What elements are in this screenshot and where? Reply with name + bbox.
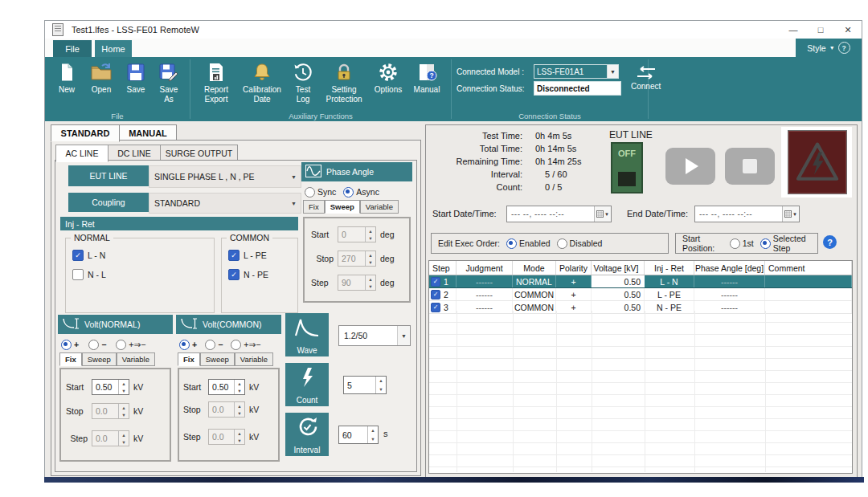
voltn-tab-fix[interactable]: Fix [59, 352, 82, 366]
tab-surge-output[interactable]: SURGE OUTPUT [160, 145, 238, 161]
common-group-label: COMMON [227, 233, 272, 242]
radio-start-1st[interactable]: 1st [730, 238, 754, 249]
help-icon[interactable]: ? [838, 42, 850, 54]
radio-polarity-minus[interactable]: − [88, 340, 106, 350]
style-label: Style [807, 43, 825, 53]
voltn-stop-spinner[interactable]: 0.0▲▼ [92, 403, 129, 419]
radio-selected-icon [506, 238, 517, 249]
radio-polarity-plus[interactable]: + [179, 340, 197, 350]
end-datetime-field[interactable]: --- --, ---- --:-- ▼ [694, 206, 800, 222]
normal-group-label: NORMAL [71, 233, 113, 242]
table-row[interactable]: ✓2 ------ COMMON + 0.50 L - PE ------ [429, 288, 852, 301]
save-as-button[interactable]: Save As [153, 59, 185, 105]
test-log-button[interactable]: Test Log [287, 59, 319, 105]
stop-test-button[interactable] [725, 148, 775, 185]
start-datetime-field[interactable]: --- --, ---- --:-- ▼ [506, 206, 612, 222]
voltc-tab-variable[interactable]: Variable [235, 352, 273, 366]
radio-polarity-minus[interactable]: − [205, 340, 223, 350]
eut-line-toggle[interactable]: OFF [611, 142, 643, 194]
phase-stop-spinner[interactable]: 270▲▼ [338, 251, 376, 267]
voltn-start-spinner[interactable]: 0.50▲▼ [92, 379, 129, 395]
table-row[interactable]: ✓1 ------ NORMAL + 0.50 L - N ------ [429, 275, 852, 288]
ribbon: New Open Save Save As File [45, 57, 862, 121]
start-test-button[interactable] [665, 148, 715, 185]
interval-progress-row: Interval: 5 / 60 [432, 169, 625, 182]
coupling-select[interactable]: STANDARD ▼ [149, 193, 301, 214]
report-export-button[interactable]: Report Export [195, 59, 237, 105]
file-group-label: File [45, 112, 190, 120]
high-voltage-warning [788, 130, 847, 194]
lightning-icon [285, 366, 329, 389]
gear-icon [377, 61, 399, 84]
voltc-tab-sweep[interactable]: Sweep [200, 352, 235, 366]
tab-file[interactable]: File [53, 40, 92, 57]
tab-standard[interactable]: STANDARD [51, 124, 120, 142]
save-as-icon [158, 61, 180, 84]
save-button[interactable]: Save [119, 59, 153, 96]
connected-model-label: Connected Model : [457, 67, 530, 76]
calendar-icon[interactable]: ▼ [782, 206, 799, 222]
row-checkbox[interactable]: ✓ [431, 277, 440, 287]
radio-start-selected-step[interactable]: Selected Step [760, 234, 811, 253]
tab-manual[interactable]: MANUAL [119, 124, 177, 141]
screen: Test1.lfes - LSS-FE01 RemoteW — □ ✕ File… [0, 0, 868, 497]
row-checkbox[interactable]: ✓ [431, 290, 440, 299]
voltc-start-spinner[interactable]: 0.50▲▼ [208, 379, 245, 395]
impulse-curve-icon [180, 317, 198, 332]
phase-start-spinner[interactable]: 0▲▼ [338, 226, 376, 242]
radio-polarity-both[interactable]: +⇒− [231, 340, 260, 350]
radio-sync[interactable]: Sync [305, 187, 336, 198]
phase-step-spinner[interactable]: 90▲▼ [338, 275, 376, 291]
voltc-tab-fix[interactable]: Fix [178, 352, 200, 366]
eut-line-select[interactable]: SINGLE PHASE L , N , PE ▼ [149, 165, 301, 188]
checkbox-l-pe[interactable]: ✓ L - PE [228, 250, 267, 261]
new-file-icon [55, 61, 78, 84]
taskbar-edge [44, 477, 864, 483]
radio-polarity-both[interactable]: +⇒− [116, 340, 145, 350]
options-button[interactable]: Options [369, 59, 407, 96]
manual-button[interactable]: ? Manual [407, 59, 446, 96]
open-folder-icon [90, 61, 113, 84]
table-header: Step Judgment Mode Polarity Voltage [kV]… [429, 261, 852, 275]
setting-protection-button[interactable]: Setting Protection [319, 59, 369, 105]
tab-home[interactable]: Home [95, 40, 132, 57]
phase-tab-sweep[interactable]: Sweep [325, 200, 360, 214]
radio-async[interactable]: Async [343, 187, 379, 198]
calibration-date-button[interactable]: Calibration Date [237, 59, 287, 105]
chevron-down-icon: ▼ [397, 326, 410, 345]
radio-exec-enabled[interactable]: Enabled [506, 238, 551, 249]
count-label-box: Count [285, 363, 329, 406]
voltn-step-spinner[interactable]: 0.0▲▼ [92, 430, 129, 446]
new-button[interactable]: New [50, 59, 84, 96]
voltn-tab-sweep[interactable]: Sweep [82, 352, 117, 366]
toggle-off-label: OFF [612, 149, 641, 158]
checkbox-n-l[interactable]: ✓ N - L [72, 269, 106, 280]
voltc-step-spinner[interactable]: 0.0▲▼ [208, 429, 245, 445]
calendar-icon[interactable]: ▼ [594, 206, 611, 222]
tab-ac-line[interactable]: AC LINE [55, 145, 108, 162]
radio-selected-icon [343, 187, 354, 198]
checkbox-n-pe[interactable]: ✓ N - PE [228, 269, 268, 280]
close-button[interactable]: ✕ [834, 21, 862, 39]
phase-tab-variable[interactable]: Variable [360, 200, 399, 214]
radio-polarity-plus[interactable]: + [61, 340, 79, 350]
wave-select[interactable]: 1.2/50 ▼ [338, 325, 411, 346]
voltn-tab-variable[interactable]: Variable [117, 352, 155, 366]
maximize-button[interactable]: □ [807, 21, 834, 39]
phase-tab-fix[interactable]: Fix [303, 200, 325, 214]
count-progress-row: Count: 0 / 5 [432, 182, 625, 195]
volt-normal-panel: Volt(NORMAL) + − +⇒− Fix Sweep Variable [58, 315, 173, 464]
connect-button[interactable]: Connect [631, 66, 661, 91]
voltc-stop-spinner[interactable]: 0.0▲▼ [208, 401, 245, 418]
interval-spinner[interactable]: 60▲▼ [338, 426, 379, 444]
open-button[interactable]: Open [84, 59, 119, 96]
tab-dc-line[interactable]: DC LINE [108, 145, 161, 161]
minimize-button[interactable]: — [780, 21, 807, 39]
stop-icon [743, 159, 757, 173]
style-menu[interactable]: Style ▼ ? [796, 39, 862, 57]
checkbox-l-n[interactable]: ✓ L - N [72, 250, 105, 261]
connected-model-select[interactable]: LSS-FE01A1 ▼ [534, 64, 619, 79]
help-button[interactable]: ? [823, 235, 837, 249]
radio-exec-disabled[interactable]: Disabled [557, 238, 603, 249]
count-spinner[interactable]: 5▲▼ [343, 376, 387, 394]
